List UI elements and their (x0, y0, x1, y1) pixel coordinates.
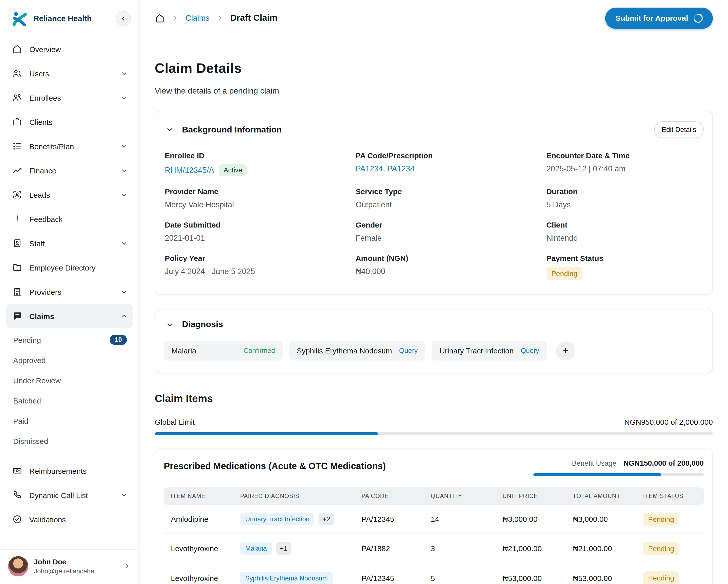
sidebar-item-label: Leads (29, 191, 120, 199)
sidebar-item-finance[interactable]: Finance (6, 159, 133, 182)
sidebar-subitem-paid[interactable]: Paid (0, 411, 139, 431)
progress-fill (534, 473, 661, 476)
field-policy-year: Policy Year July 4 2024 - June 5 2025 (165, 254, 356, 280)
field-label: Provider Name (165, 187, 356, 196)
col-quantity: QUANTITY (431, 493, 502, 499)
extra-count-chip[interactable]: +1 (276, 542, 291, 555)
sidebar-item-enrollees[interactable]: Enrollees (6, 86, 133, 109)
banknote-icon (12, 466, 22, 476)
sidebar-item-reimbursements[interactable]: Reimbursements (6, 459, 133, 482)
field-service-type: Service Type Outpatient (356, 187, 546, 209)
diagnosis-chip[interactable]: Urinary Tract Infection (240, 513, 314, 525)
sidebar-item-claims[interactable]: Claims (6, 304, 133, 328)
chevron-right-icon (123, 562, 131, 570)
checklist-icon (12, 141, 22, 151)
table-row[interactable]: Levothyroxine Syphilis Erythema Nodosum … (164, 563, 704, 584)
edit-details-button[interactable]: Edit Details (654, 121, 704, 138)
col-total-amount: TOTAL AMOUNT (573, 493, 643, 499)
cell-item-name: Levothyroxine (171, 574, 240, 582)
sidebar: Reliance Health Overview Users Enrollees (0, 0, 139, 584)
sidebar-collapse-button[interactable] (116, 11, 131, 26)
diagnosis-chip[interactable]: Syphilis Erythema Nodosum (240, 572, 333, 584)
sidebar-item-leads[interactable]: Leads (6, 183, 133, 206)
cell-total-amount: ₦21,000.00 (573, 544, 643, 553)
home-icon (12, 44, 22, 54)
pa-code-link[interactable]: PA1234, PA1234 (356, 164, 415, 173)
field-gender: Gender Female (356, 221, 546, 243)
sidebar-item-benefits-plan[interactable]: Benefits/Plan (6, 134, 133, 158)
folder-icon (12, 262, 22, 273)
sidebar-item-providers[interactable]: Providers (6, 280, 133, 303)
field-value: 2021-01-01 (165, 234, 205, 243)
field-value: Outpatient (356, 200, 392, 209)
field-provider-name: Provider Name Mercy Vale Hospital (165, 187, 356, 209)
subitem-label: Batched (13, 396, 127, 405)
card-title: Diagnosis (182, 320, 223, 330)
medications-header: Prescribed Medications (Acute & OTC Medi… (164, 459, 704, 476)
subitem-label: Approved (13, 356, 127, 364)
sidebar-subitem-pending[interactable]: Pending 10 (0, 330, 139, 350)
sidebar-item-overview[interactable]: Overview (6, 37, 133, 61)
benefit-usage-label: Benefit Usage (572, 459, 617, 467)
extra-count-chip[interactable]: +2 (318, 513, 334, 525)
table-row[interactable]: Amlodipine Urinary Tract Infection +2 PA… (164, 505, 704, 534)
cell-item-name: Levothyroxine (171, 544, 240, 553)
field-value: Female (356, 234, 382, 243)
user-info: John Doe John@getreliancehe... (34, 558, 117, 575)
diagnosis-chip[interactable]: Urinary Tract Infection Query (432, 341, 547, 360)
field-label: Encounter Date & Time (546, 151, 703, 160)
sidebar-item-validations[interactable]: Validations (6, 508, 133, 531)
sidebar-item-clients[interactable]: Clients (6, 110, 133, 133)
table-row[interactable]: Levothyroxine Malaria +1 PA/1882 3 ₦21,0… (164, 534, 704, 563)
diagnosis-chip[interactable]: Malaria (240, 542, 272, 555)
sidebar-header: Reliance Health (0, 0, 139, 34)
chevron-down-icon (120, 167, 128, 174)
diagnosis-name: Urinary Tract Infection (439, 346, 513, 355)
background-info-fields: Enrollee ID RHM/12345/A Active PA Code/P… (164, 151, 704, 280)
cell-quantity: 5 (431, 574, 502, 582)
item-status-badge: Pending (643, 512, 679, 526)
avatar (8, 556, 28, 577)
sidebar-item-employee-directory[interactable]: Employee Directory (6, 256, 133, 279)
global-limit-value: NGN950,000 of 2,000,000 (624, 417, 713, 426)
users-icon (12, 68, 22, 78)
sidebar-subitem-approved[interactable]: Approved (0, 350, 139, 370)
sidebar-subitem-dismissed[interactable]: Dismissed (0, 431, 139, 451)
field-duration: Duration 5 Days (546, 187, 703, 209)
diagnosis-chip[interactable]: Syphilis Erythema Nodosum Query (289, 341, 425, 360)
sidebar-item-users[interactable]: Users (6, 62, 133, 85)
global-limit-progress (155, 432, 713, 435)
sidebar-item-feedback[interactable]: Feedback (6, 207, 133, 231)
user-email: John@getreliancehe... (34, 567, 117, 575)
field-pa-code-prescription: PA Code/Prescription PA1234, PA1234 (356, 151, 546, 176)
trend-chart-icon (12, 166, 22, 175)
breadcrumb-link-claims[interactable]: Claims (185, 14, 210, 23)
submit-for-approval-button[interactable]: Submit for Approval (605, 7, 713, 29)
diagnosis-card: Diagnosis Malaria Confirmed Syphilis Ery… (155, 309, 713, 373)
cell-unit-price: ₦3,000.00 (502, 515, 573, 523)
field-enrollee-id: Enrollee ID RHM/12345/A Active (165, 151, 356, 176)
field-date-submitted: Date Submitted 2021-01-01 (165, 221, 356, 243)
user-profile[interactable]: John Doe John@getreliancehe... (0, 549, 139, 584)
sidebar-item-label: Reimbursements (29, 466, 128, 475)
field-label: Policy Year (165, 254, 356, 262)
chat-bubble-icon (12, 311, 22, 321)
enrollee-id-link[interactable]: RHM/12345/A (165, 166, 214, 175)
collapse-section-button[interactable] (164, 125, 175, 134)
sidebar-item-dynamic-call-list[interactable]: Dynamic Call List (6, 483, 133, 507)
payment-status-badge: Pending (546, 267, 582, 280)
add-diagnosis-button[interactable]: + (556, 341, 575, 360)
sidebar-item-staff[interactable]: Staff (6, 232, 133, 255)
cell-paired-diagnosis: Syphilis Erythema Nodosum (240, 572, 362, 584)
collapse-section-button[interactable] (164, 320, 175, 329)
diagnosis-chips: Malaria Confirmed Syphilis Erythema Nodo… (164, 341, 704, 360)
diagnosis-status: Query (399, 347, 418, 354)
sidebar-subitem-under-review[interactable]: Under Review (0, 370, 139, 390)
page-title: Claim Details (155, 61, 713, 76)
check-badge-icon (12, 514, 22, 524)
diagnosis-status: Query (521, 347, 540, 354)
field-value: 2025-05-12 | 07:40 am (546, 164, 625, 173)
breadcrumb-home[interactable] (155, 13, 165, 23)
sidebar-subitem-batched[interactable]: Batched (0, 390, 139, 411)
diagnosis-chip[interactable]: Malaria Confirmed (164, 341, 283, 360)
